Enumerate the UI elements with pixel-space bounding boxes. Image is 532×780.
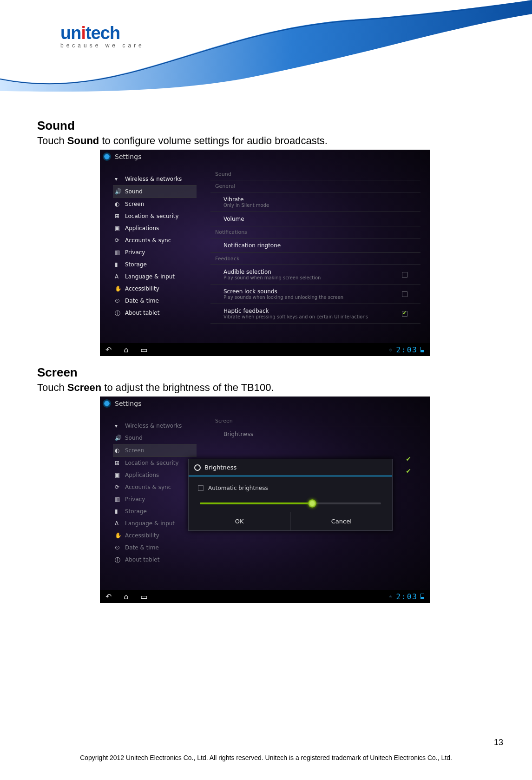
system-bar: ↶ ⌂ ▭ ⟐ 2:03 <box>100 343 430 356</box>
sidebar-item-label: Location & security <box>125 213 179 219</box>
brand-tagline: because we care <box>60 42 144 49</box>
sidebar-item-screen[interactable]: ◐Screen <box>113 198 197 210</box>
sidebar-item-storage[interactable]: ▮Storage <box>113 258 197 271</box>
brightness-slider[interactable] <box>200 502 381 504</box>
about-icon: ⓘ <box>115 556 121 563</box>
sidebar-item-about-tablet[interactable]: ⓘAbout tablet <box>113 554 197 566</box>
sidebar-item-sound[interactable]: 🔊Sound <box>113 432 197 444</box>
recent-apps-icon[interactable]: ▭ <box>141 592 148 601</box>
accessibility-icon: ✋ <box>115 532 121 539</box>
row-title: Notification ringtone <box>223 242 281 249</box>
sidebar-item-about-tablet[interactable]: ⓘAbout tablet <box>113 307 197 319</box>
section-desc-screen: Touch Screen to adjust the brightness of… <box>37 382 493 394</box>
settings-gear-icon <box>103 399 111 408</box>
storage-icon: ▮ <box>115 261 121 268</box>
sidebar-item-language-input[interactable]: ALanguage & input <box>113 517 197 529</box>
sidebar-item-accounts-sync[interactable]: ⟳Accounts & sync <box>113 481 197 493</box>
sidebar-item-label: Storage <box>125 261 147 268</box>
screenshot-sound-settings: Settings ▾Wireless & networks🔊Sound◐Scre… <box>100 150 430 356</box>
sidebar-item-screen[interactable]: ◐Screen <box>113 444 197 457</box>
sidebar-item-label: Sound <box>125 188 143 195</box>
dialog-header: Brightness <box>189 459 392 476</box>
sidebar-item-label: Date & time <box>125 297 159 304</box>
row-title: Brightness <box>223 431 253 437</box>
accessibility-icon: ✋ <box>115 285 121 292</box>
checkbox[interactable] <box>402 272 407 278</box>
recent-apps-icon[interactable]: ▭ <box>141 345 148 354</box>
sidebar-item-privacy[interactable]: ▥Privacy <box>113 246 197 258</box>
datetime-icon: ⏲ <box>115 544 121 551</box>
row-haptic-feedback[interactable]: Haptic feedback Vibrate when pressing so… <box>210 304 420 324</box>
storage-icon: ▮ <box>115 508 121 515</box>
slider-thumb[interactable] <box>308 499 316 508</box>
sidebar-item-label: About tablet <box>125 556 159 563</box>
page-number: 13 <box>494 738 503 747</box>
sidebar-item-language-input[interactable]: ALanguage & input <box>113 271 197 283</box>
privacy-icon: ▥ <box>115 249 121 256</box>
sidebar-item-label: Accounts & sync <box>125 484 171 490</box>
sidebar-item-accessibility[interactable]: ✋Accessibility <box>113 283 197 295</box>
bluetooth-icon: ⟐ <box>389 593 393 600</box>
sidebar-item-label: Storage <box>125 508 147 515</box>
window-titlebar: Settings <box>103 152 141 161</box>
sidebar-item-applications[interactable]: ▣Applications <box>113 222 197 234</box>
brand-wordmark: unitech <box>60 23 144 43</box>
sidebar-item-storage[interactable]: ▮Storage <box>113 505 197 517</box>
signal-icon <box>420 347 424 352</box>
checkbox-checked[interactable] <box>402 311 407 317</box>
row-brightness[interactable]: Brightness <box>210 427 420 441</box>
auto-brightness-label: Automatic brightness <box>208 485 268 491</box>
panel-title: Sound <box>210 168 420 180</box>
location-icon: ⊞ <box>115 460 121 466</box>
section-heading-screen: Screen <box>37 365 493 380</box>
window-titlebar: Settings <box>103 399 141 408</box>
sidebar-item-accessibility[interactable]: ✋Accessibility <box>113 529 197 542</box>
header-swoosh <box>0 0 532 112</box>
row-audible-selection[interactable]: Audible selection Play sound when making… <box>210 265 420 284</box>
home-icon[interactable]: ⌂ <box>124 592 128 601</box>
sidebar-item-wireless-networks[interactable]: ▾Wireless & networks <box>113 420 197 432</box>
sidebar-item-applications[interactable]: ▣Applications <box>113 469 197 481</box>
sidebar-item-label: Date & time <box>125 544 159 551</box>
sidebar-item-location-security[interactable]: ⊞Location & security <box>113 457 197 469</box>
window-title: Settings <box>115 400 141 407</box>
sidebar-item-accounts-sync[interactable]: ⟳Accounts & sync <box>113 234 197 246</box>
wifi-icon: ▾ <box>115 176 121 182</box>
row-vibrate[interactable]: Vibrate Only in Silent mode <box>210 192 420 212</box>
settings-panel: Sound General Vibrate Only in Silent mod… <box>210 168 420 337</box>
home-icon[interactable]: ⌂ <box>124 345 128 354</box>
apps-icon: ▣ <box>115 225 121 231</box>
sidebar-item-label: Accessibility <box>125 285 159 292</box>
checkbox[interactable] <box>402 291 407 297</box>
ok-button[interactable]: OK <box>189 512 290 530</box>
sidebar-item-label: Sound <box>125 435 143 441</box>
row-notification-ringtone[interactable]: Notification ringtone <box>210 238 420 253</box>
screen-icon: ◐ <box>115 447 121 454</box>
sidebar-item-privacy[interactable]: ▥Privacy <box>113 493 197 505</box>
sidebar-item-label: Wireless & networks <box>125 423 182 429</box>
sidebar-item-location-security[interactable]: ⊞Location & security <box>113 210 197 222</box>
footer-copyright: Copyright 2012 Unitech Electronics Co., … <box>0 754 532 761</box>
brightness-icon <box>194 464 201 471</box>
row-volume[interactable]: Volume <box>210 212 420 226</box>
signal-icon <box>420 594 424 599</box>
row-screen-lock-sounds[interactable]: Screen lock sounds Play sounds when lock… <box>210 284 420 304</box>
back-icon[interactable]: ↶ <box>105 345 112 354</box>
panel-title: Screen <box>210 415 420 427</box>
sidebar-item-sound[interactable]: 🔊Sound <box>113 185 197 198</box>
row-subtitle: Only in Silent mode <box>223 203 269 208</box>
checkbox[interactable] <box>198 485 204 491</box>
back-icon[interactable]: ↶ <box>105 592 112 601</box>
check-icon: ✔ <box>406 467 411 475</box>
cancel-button[interactable]: Cancel <box>290 512 393 530</box>
screen-icon: ◐ <box>115 201 121 207</box>
language-icon: A <box>115 273 121 280</box>
sidebar-item-label: Location & security <box>125 460 179 466</box>
auto-brightness-row[interactable]: Automatic brightness <box>198 485 383 491</box>
sidebar-item-date-time[interactable]: ⏲Date & time <box>113 542 197 554</box>
wifi-icon: ▾ <box>115 423 121 429</box>
dialog-title: Brightness <box>204 464 236 471</box>
sidebar-item-date-time[interactable]: ⏲Date & time <box>113 295 197 307</box>
sidebar-item-wireless-networks[interactable]: ▾Wireless & networks <box>113 173 197 185</box>
apps-icon: ▣ <box>115 472 121 478</box>
